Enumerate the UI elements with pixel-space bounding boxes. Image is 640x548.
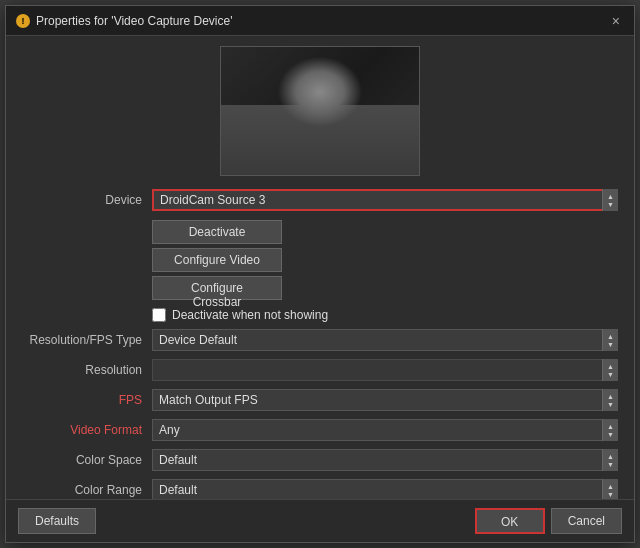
device-label: Device [22,193,152,207]
color-space-select[interactable]: Default [152,449,618,471]
resolution-fps-type-select-wrapper: Device Default ▲ ▼ [152,329,618,351]
video-format-select-wrapper: Any ▲ ▼ [152,419,618,441]
preview-area [22,46,618,176]
color-range-row: Color Range Default ▲ ▼ [22,478,618,499]
video-preview [220,46,420,176]
color-space-row: Color Space Default ▲ ▼ [22,448,618,472]
video-canvas [221,47,419,175]
deactivate-checkbox-label: Deactivate when not showing [172,308,328,322]
dialog-window: ! Properties for 'Video Capture Device' … [5,5,635,543]
deactivate-button[interactable]: Deactivate [152,220,282,244]
window-title: Properties for 'Video Capture Device' [36,14,232,28]
checkbox-row: Deactivate when not showing [152,308,618,322]
video-format-select[interactable]: Any [152,419,618,441]
video-format-row: Video Format Any ▲ ▼ [22,418,618,442]
resolution-fps-type-select[interactable]: Device Default [152,329,618,351]
resolution-select[interactable] [152,359,618,381]
bottom-bar: Defaults OK Cancel [6,499,634,542]
color-range-label: Color Range [22,483,152,497]
device-select-wrapper: DroidCam Source 3 ▲ ▼ [152,189,618,211]
fps-row: FPS Match Output FPS ▲ ▼ [22,388,618,412]
right-buttons: OK Cancel [475,508,622,534]
fps-select[interactable]: Match Output FPS [152,389,618,411]
deactivate-checkbox[interactable] [152,308,166,322]
dialog-content: Device DroidCam Source 3 ▲ ▼ Deactivate … [6,36,634,499]
close-button[interactable]: × [608,14,624,28]
color-space-label: Color Space [22,453,152,467]
device-row: Device DroidCam Source 3 ▲ ▼ [22,188,618,212]
resolution-fps-type-label: Resolution/FPS Type [22,333,152,347]
video-format-label: Video Format [22,423,152,437]
fps-label: FPS [22,393,152,407]
configure-crossbar-button[interactable]: Configure Crossbar [152,276,282,300]
resolution-select-wrapper: ▲ ▼ [152,359,618,381]
resolution-row: Resolution ▲ ▼ [22,358,618,382]
configure-video-button[interactable]: Configure Video [152,248,282,272]
resolution-fps-type-row: Resolution/FPS Type Device Default ▲ ▼ [22,328,618,352]
color-range-select-wrapper: Default ▲ ▼ [152,479,618,499]
ok-button[interactable]: OK [475,508,545,534]
form-area: Device DroidCam Source 3 ▲ ▼ Deactivate … [22,188,618,499]
fps-select-wrapper: Match Output FPS ▲ ▼ [152,389,618,411]
color-range-select[interactable]: Default [152,479,618,499]
title-bar: ! Properties for 'Video Capture Device' … [6,6,634,36]
defaults-button[interactable]: Defaults [18,508,96,534]
device-select[interactable]: DroidCam Source 3 [152,189,618,211]
color-space-select-wrapper: Default ▲ ▼ [152,449,618,471]
video-feed [221,47,419,175]
resolution-label: Resolution [22,363,152,377]
cancel-button[interactable]: Cancel [551,508,622,534]
button-group: Deactivate Configure Video Configure Cro… [152,220,618,300]
app-icon: ! [16,14,30,28]
